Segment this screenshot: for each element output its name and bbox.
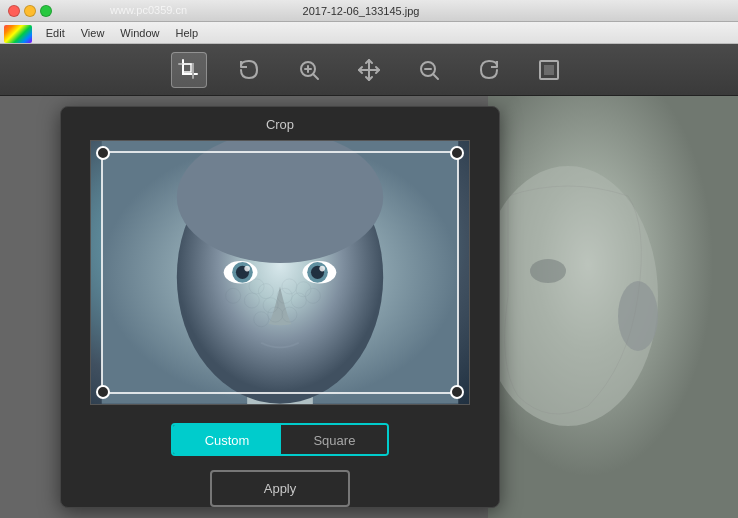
menu-item-help[interactable]: Help <box>167 25 206 41</box>
crop-tool-button[interactable] <box>171 52 207 88</box>
svg-line-7 <box>433 74 438 79</box>
fullscreen-icon <box>537 58 561 82</box>
crop-box[interactable] <box>101 151 459 394</box>
background-image-right <box>488 96 738 518</box>
toolbar <box>0 44 738 96</box>
redo-tool-button[interactable] <box>471 52 507 88</box>
app-logo <box>4 25 32 43</box>
move-icon <box>357 58 381 82</box>
zoom-in-tool-button[interactable] <box>291 52 327 88</box>
crop-handle-top-right[interactable] <box>450 146 464 160</box>
crop-overlay <box>91 141 469 404</box>
undo-tool-button[interactable] <box>231 52 267 88</box>
svg-rect-0 <box>183 64 191 72</box>
crop-panel-title: Crop <box>266 117 294 132</box>
square-mode-button[interactable]: Square <box>281 425 387 454</box>
svg-point-12 <box>618 281 658 351</box>
main-area: Crop <box>0 96 738 518</box>
move-tool-button[interactable] <box>351 52 387 88</box>
crop-icon <box>177 58 201 82</box>
undo-icon <box>237 58 261 82</box>
menu-item-window[interactable]: Window <box>112 25 167 41</box>
redo-icon <box>477 58 501 82</box>
crop-handle-bottom-left[interactable] <box>96 385 110 399</box>
zoom-out-icon <box>417 58 441 82</box>
crop-preview-area <box>90 140 470 405</box>
watermark: www.pc0359.cn <box>110 4 187 16</box>
menu-item-view[interactable]: View <box>73 25 113 41</box>
apply-button[interactable]: Apply <box>210 470 351 507</box>
menu-bar: File Edit View Window Help <box>0 22 738 44</box>
zoom-out-tool-button[interactable] <box>411 52 447 88</box>
svg-line-4 <box>313 74 318 79</box>
fullscreen-tool-button[interactable] <box>531 52 567 88</box>
custom-mode-button[interactable]: Custom <box>173 425 282 454</box>
crop-panel: Crop <box>60 106 500 508</box>
menu-item-edit[interactable]: Edit <box>38 25 73 41</box>
svg-rect-9 <box>544 65 554 75</box>
svg-point-13 <box>530 259 566 283</box>
crop-mode-buttons: Custom Square <box>171 423 390 456</box>
zoom-in-icon <box>297 58 321 82</box>
crop-handle-bottom-right[interactable] <box>450 385 464 399</box>
crop-handle-top-left[interactable] <box>96 146 110 160</box>
face-profile-svg <box>488 96 738 518</box>
